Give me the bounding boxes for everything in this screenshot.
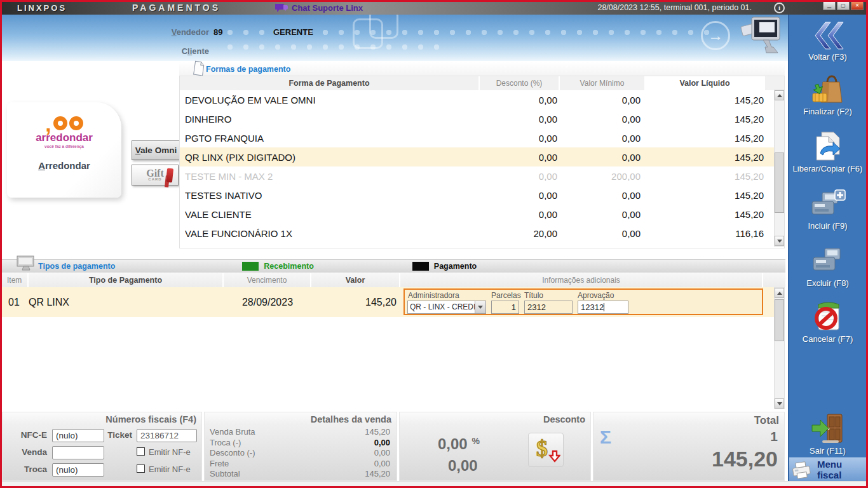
scroll-up-button[interactable] [775,90,784,100]
ticket-field[interactable]: 23186712 [137,429,197,442]
cancelar-button[interactable]: Cancelar (F7) [789,301,866,344]
maximize-button[interactable]: ▢ [837,2,850,10]
payment-methods-scrollbar[interactable] [774,90,785,247]
row-payment-type: QR LINX [29,297,224,308]
voltar-button[interactable]: Voltar (F3) [789,18,866,62]
pos-window: LINXPOS PAGAMENTOS Chat Suporte Linx 28/… [0,0,868,488]
sale-detail-row: Venda Bruta145,20 [205,427,397,438]
payment-method-row[interactable]: VALE FUNCIONÁRIO 1X20,000,00116,16 [180,224,784,243]
payment-method-row-disabled: TESTE MIN - MAX 20,00200,00145,20 [180,166,784,186]
row-item-number: 01 [2,297,29,308]
payment-types-bar: Tipos de pagamento Recebimento Pagamento [2,259,785,273]
column-header-valor: Valor [311,273,400,287]
administradora-label: Administradora [408,291,459,300]
sale-detail-row: Frete0,00 [205,459,397,470]
aprovacao-field[interactable]: 12312 [578,301,628,314]
titulo-field[interactable]: 2312 [524,301,573,314]
ticket-label: Ticket [80,430,132,440]
troca-field[interactable]: (nulo) [52,463,104,477]
gift-ribbon-icon [166,168,173,183]
chevron-down-icon[interactable] [475,301,485,313]
discount-panel: Desconto 0,00 % 0,00 $ [399,412,591,481]
bottom-strip [2,481,866,486]
payment-method-row[interactable]: VALE CLIENTE0,000,00145,20 [180,205,784,224]
scroll-up-button[interactable] [775,288,784,298]
scrollbar-thumb[interactable] [775,152,784,213]
liberar-copiar-button[interactable]: Liberar/Copiar (F6) [789,130,866,173]
administradora-select[interactable]: QR - LINX - CREDITO [407,301,486,314]
action-sidebar: Voltar (F3) Finalizar (F2) [788,15,866,481]
emitir-nfe-label: Emitir NF-e [149,464,191,474]
vendedor-code[interactable]: 89 [214,27,222,37]
excluir-button[interactable]: Excluir (F8) [789,245,866,288]
payment-methods-header: Formas de pagamento [179,62,785,76]
sale-detail-row: Desconto (-)0,00 [205,448,397,459]
discount-dollar-icon[interactable]: $ [528,433,564,467]
square-decoration [369,15,398,39]
minimize-button[interactable]: ▁ [823,2,836,10]
svg-text:$: $ [536,436,548,461]
note-page-icon [191,60,206,77]
column-header-vencimento: Vencimento [224,273,311,287]
row-due-date: 28/09/2023 [224,297,311,308]
finalizar-button[interactable]: Finalizar (F2) [789,73,866,116]
gift-card-button[interactable]: Gift CARD [132,165,179,186]
payment-methods-table: Forma de Pagamento Desconto (%) Valor Mí… [179,76,785,248]
chat-support-link[interactable]: Chat Suporte Linx [275,3,363,13]
cancel-notepad-icon [789,301,866,332]
card-machine-plus-icon [789,187,866,219]
aprovacao-label: Aprovação [578,291,614,300]
row-value: 145,20 [311,297,400,308]
additional-info-panel: Administradora QR - LINX - CREDITO Parce… [403,288,763,315]
emitir-nfe-checkbox-troca[interactable] [137,464,145,473]
session-info: 28/08/2023 12:55, terminal 001, periodo … [597,3,752,12]
chat-bubble-icon [275,3,288,13]
scroll-down-button[interactable] [775,236,784,246]
parcelas-label: Parcelas [491,291,521,300]
column-header-informacoes: Informações adicionais [400,273,763,287]
emitir-nfe-checkbox-venda[interactable] [137,447,145,456]
total-panel-title: Total [593,412,784,425]
payment-method-row[interactable]: DEVOLUÇÃO EM VALE OMNI0,000,00145,20 [180,90,784,109]
vale-omni-button[interactable]: Vale Omni [132,140,180,160]
payment-method-row[interactable]: DINHEIRO0,000,00145,20 [180,109,784,128]
column-header-valor-minimo: Valor Mínimo [560,76,646,90]
fiscal-numbers-panel: Números fiscais (F4) NFC-E (nulo) Ticket… [2,412,202,481]
payment-types-scrollbar[interactable] [774,287,785,409]
parcelas-field[interactable]: 1 [491,301,519,314]
payment-method-row[interactable]: PGTO FRANQUIA0,000,00145,20 [180,128,784,147]
vendedor-label: Vendedor [154,27,209,37]
incluir-button[interactable]: Incluir (F9) [789,187,866,231]
venda-field[interactable] [52,446,104,459]
discount-percent[interactable]: 0,00 % [438,435,480,453]
payment-methods-table-header: Forma de Pagamento Desconto (%) Valor Mí… [180,76,784,90]
payment-method-row-selected[interactable]: QR LINX (PIX DIGITADO)0,000,00145,20 [180,147,784,166]
arredondar-logo: , [7,111,121,130]
card-machine-icon [789,245,866,276]
fiscal-panel-title: Números fiscais (F4) [3,412,201,425]
arrow-circle-icon: → [701,21,730,50]
info-icon[interactable]: i [774,3,785,13]
titulo-label: Título [524,291,543,300]
venda-label: Venda [5,447,47,457]
menu-fiscal-button[interactable]: Menu fiscal [789,458,866,481]
fiscal-printer-icon [789,458,813,481]
monitor-icon [16,255,36,273]
sair-button[interactable]: Sair (F11) [789,412,866,456]
close-button[interactable]: ✕ [851,2,864,10]
vendedor-name: GERENTE [273,27,313,37]
sigma-icon: Σ [600,426,611,448]
discount-panel-title: Desconto [400,412,590,425]
payment-types-title: Tipos de pagamento [38,262,115,271]
scrollbar-thumb[interactable] [775,299,784,341]
sale-details-title: Detalhes da venda [205,412,397,425]
arredondar-label: Arredondar [7,160,121,171]
arredondar-button[interactable]: , arredondar você faz a diferença Arredo… [7,102,121,198]
scroll-down-button[interactable] [775,398,784,409]
shopping-bag-icon [789,73,866,105]
payment-method-row[interactable]: TESTES INATIVO0,000,00145,20 [180,186,784,205]
column-header-desconto: Desconto (%) [480,76,560,90]
header-banner: → Vendedor 89 GERENTE Cliente [2,15,788,61]
payment-type-row-selected[interactable]: 01 QR LINX 28/09/2023 145,20 Administrad… [2,287,774,317]
discount-value[interactable]: 0,00 [448,457,478,475]
